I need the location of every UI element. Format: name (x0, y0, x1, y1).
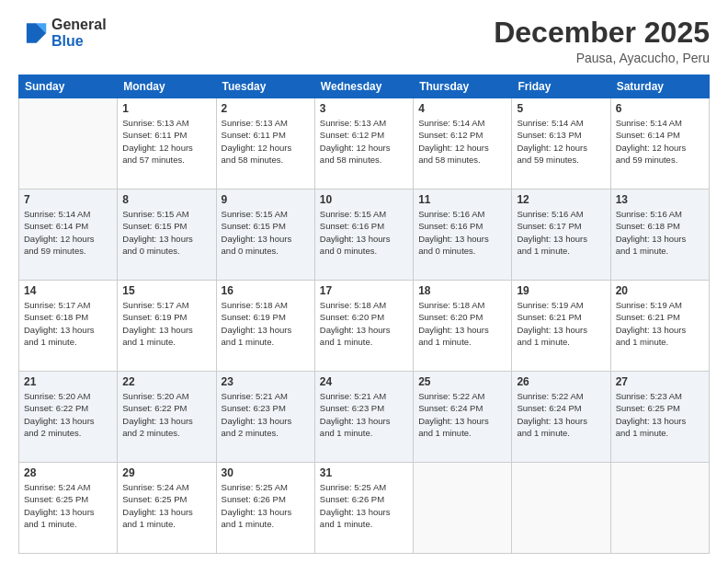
day-info: Sunrise: 5:18 AM Sunset: 6:19 PM Dayligh… (222, 299, 310, 348)
calendar-cell (414, 463, 512, 554)
day-number: 23 (222, 375, 310, 388)
day-info: Sunrise: 5:18 AM Sunset: 6:20 PM Dayligh… (320, 299, 408, 348)
calendar-cell: 27Sunrise: 5:23 AM Sunset: 6:25 PM Dayli… (610, 372, 709, 463)
day-number: 6 (616, 102, 704, 115)
day-number: 12 (517, 193, 605, 206)
calendar-cell: 18Sunrise: 5:18 AM Sunset: 6:20 PM Dayli… (414, 281, 512, 372)
day-info: Sunrise: 5:18 AM Sunset: 6:20 PM Dayligh… (418, 299, 506, 348)
calendar-cell: 26Sunrise: 5:22 AM Sunset: 6:24 PM Dayli… (512, 372, 610, 463)
calendar-cell: 28Sunrise: 5:24 AM Sunset: 6:25 PM Dayli… (19, 463, 118, 554)
day-info: Sunrise: 5:15 AM Sunset: 6:15 PM Dayligh… (122, 208, 210, 257)
day-info: Sunrise: 5:23 AM Sunset: 6:25 PM Dayligh… (616, 390, 704, 439)
calendar-cell: 21Sunrise: 5:20 AM Sunset: 6:22 PM Dayli… (19, 372, 118, 463)
calendar: SundayMondayTuesdayWednesdayThursdayFrid… (18, 75, 710, 554)
logo: General Blue (18, 17, 107, 51)
day-info: Sunrise: 5:13 AM Sunset: 6:11 PM Dayligh… (122, 117, 210, 166)
calendar-cell: 13Sunrise: 5:16 AM Sunset: 6:18 PM Dayli… (610, 190, 709, 281)
day-number: 5 (517, 102, 605, 115)
logo-text: General Blue (51, 17, 107, 51)
weekday-header-sunday: Sunday (19, 75, 118, 98)
calendar-cell (610, 463, 709, 554)
page: General Blue December 2025 Pausa, Ayacuc… (0, 0, 728, 563)
day-info: Sunrise: 5:25 AM Sunset: 6:26 PM Dayligh… (320, 481, 408, 530)
day-info: Sunrise: 5:24 AM Sunset: 6:25 PM Dayligh… (122, 481, 210, 530)
calendar-cell: 23Sunrise: 5:21 AM Sunset: 6:23 PM Dayli… (216, 372, 314, 463)
calendar-cell: 24Sunrise: 5:21 AM Sunset: 6:23 PM Dayli… (314, 372, 413, 463)
day-info: Sunrise: 5:24 AM Sunset: 6:25 PM Dayligh… (24, 481, 112, 530)
day-info: Sunrise: 5:16 AM Sunset: 6:18 PM Dayligh… (616, 208, 704, 257)
week-row-1: 1Sunrise: 5:13 AM Sunset: 6:11 PM Daylig… (19, 98, 710, 190)
calendar-cell: 31Sunrise: 5:25 AM Sunset: 6:26 PM Dayli… (314, 463, 413, 554)
day-number: 8 (122, 193, 210, 206)
calendar-cell: 17Sunrise: 5:18 AM Sunset: 6:20 PM Dayli… (314, 281, 413, 372)
day-info: Sunrise: 5:13 AM Sunset: 6:11 PM Dayligh… (222, 117, 310, 166)
day-number: 21 (24, 375, 112, 388)
day-info: Sunrise: 5:22 AM Sunset: 6:24 PM Dayligh… (517, 390, 605, 439)
day-number: 15 (122, 284, 210, 297)
day-info: Sunrise: 5:16 AM Sunset: 6:16 PM Dayligh… (418, 208, 506, 257)
title-block: December 2025 Pausa, Ayacucho, Peru (494, 17, 710, 65)
weekday-header-row: SundayMondayTuesdayWednesdayThursdayFrid… (19, 75, 710, 98)
week-row-4: 21Sunrise: 5:20 AM Sunset: 6:22 PM Dayli… (19, 372, 710, 463)
calendar-cell: 7Sunrise: 5:14 AM Sunset: 6:14 PM Daylig… (19, 190, 118, 281)
day-number: 19 (517, 284, 605, 297)
calendar-cell: 22Sunrise: 5:20 AM Sunset: 6:22 PM Dayli… (118, 372, 216, 463)
day-info: Sunrise: 5:14 AM Sunset: 6:13 PM Dayligh… (517, 117, 605, 166)
day-info: Sunrise: 5:19 AM Sunset: 6:21 PM Dayligh… (616, 299, 704, 348)
weekday-header-monday: Monday (118, 75, 216, 98)
day-number: 30 (222, 466, 310, 479)
day-number: 16 (222, 284, 310, 297)
day-info: Sunrise: 5:15 AM Sunset: 6:15 PM Dayligh… (222, 208, 310, 257)
day-info: Sunrise: 5:22 AM Sunset: 6:24 PM Dayligh… (418, 390, 506, 439)
day-info: Sunrise: 5:21 AM Sunset: 6:23 PM Dayligh… (320, 390, 408, 439)
weekday-header-friday: Friday (512, 75, 610, 98)
day-info: Sunrise: 5:14 AM Sunset: 6:12 PM Dayligh… (418, 117, 506, 166)
day-info: Sunrise: 5:15 AM Sunset: 6:16 PM Dayligh… (320, 208, 408, 257)
day-number: 29 (122, 466, 210, 479)
calendar-cell: 8Sunrise: 5:15 AM Sunset: 6:15 PM Daylig… (118, 190, 216, 281)
calendar-cell: 16Sunrise: 5:18 AM Sunset: 6:19 PM Dayli… (216, 281, 314, 372)
calendar-cell: 14Sunrise: 5:17 AM Sunset: 6:18 PM Dayli… (19, 281, 118, 372)
calendar-cell: 15Sunrise: 5:17 AM Sunset: 6:19 PM Dayli… (118, 281, 216, 372)
week-row-3: 14Sunrise: 5:17 AM Sunset: 6:18 PM Dayli… (19, 281, 710, 372)
calendar-cell: 1Sunrise: 5:13 AM Sunset: 6:11 PM Daylig… (118, 98, 216, 190)
calendar-cell: 30Sunrise: 5:25 AM Sunset: 6:26 PM Dayli… (216, 463, 314, 554)
day-number: 18 (418, 284, 506, 297)
calendar-cell: 25Sunrise: 5:22 AM Sunset: 6:24 PM Dayli… (414, 372, 512, 463)
day-info: Sunrise: 5:25 AM Sunset: 6:26 PM Dayligh… (222, 481, 310, 530)
weekday-header-tuesday: Tuesday (216, 75, 314, 98)
calendar-cell: 10Sunrise: 5:15 AM Sunset: 6:16 PM Dayli… (314, 190, 413, 281)
calendar-cell: 6Sunrise: 5:14 AM Sunset: 6:14 PM Daylig… (610, 98, 709, 190)
calendar-cell (19, 98, 118, 190)
day-number: 26 (517, 375, 605, 388)
logo-icon (18, 18, 48, 48)
week-row-5: 28Sunrise: 5:24 AM Sunset: 6:25 PM Dayli… (19, 463, 710, 554)
month-title: December 2025 (494, 17, 710, 49)
day-info: Sunrise: 5:17 AM Sunset: 6:19 PM Dayligh… (122, 299, 210, 348)
day-number: 7 (24, 193, 112, 206)
calendar-cell: 20Sunrise: 5:19 AM Sunset: 6:21 PM Dayli… (610, 281, 709, 372)
calendar-cell: 12Sunrise: 5:16 AM Sunset: 6:17 PM Dayli… (512, 190, 610, 281)
day-number: 24 (320, 375, 408, 388)
calendar-cell: 11Sunrise: 5:16 AM Sunset: 6:16 PM Dayli… (414, 190, 512, 281)
day-number: 2 (222, 102, 310, 115)
calendar-cell: 3Sunrise: 5:13 AM Sunset: 6:12 PM Daylig… (314, 98, 413, 190)
day-number: 25 (418, 375, 506, 388)
calendar-cell: 19Sunrise: 5:19 AM Sunset: 6:21 PM Dayli… (512, 281, 610, 372)
day-number: 20 (616, 284, 704, 297)
calendar-cell: 4Sunrise: 5:14 AM Sunset: 6:12 PM Daylig… (414, 98, 512, 190)
day-number: 1 (122, 102, 210, 115)
day-info: Sunrise: 5:13 AM Sunset: 6:12 PM Dayligh… (320, 117, 408, 166)
weekday-header-wednesday: Wednesday (314, 75, 413, 98)
day-info: Sunrise: 5:21 AM Sunset: 6:23 PM Dayligh… (222, 390, 310, 439)
day-number: 11 (418, 193, 506, 206)
day-number: 13 (616, 193, 704, 206)
calendar-cell: 5Sunrise: 5:14 AM Sunset: 6:13 PM Daylig… (512, 98, 610, 190)
day-number: 9 (222, 193, 310, 206)
day-number: 3 (320, 102, 408, 115)
day-info: Sunrise: 5:19 AM Sunset: 6:21 PM Dayligh… (517, 299, 605, 348)
week-row-2: 7Sunrise: 5:14 AM Sunset: 6:14 PM Daylig… (19, 190, 710, 281)
calendar-cell: 9Sunrise: 5:15 AM Sunset: 6:15 PM Daylig… (216, 190, 314, 281)
day-info: Sunrise: 5:17 AM Sunset: 6:18 PM Dayligh… (24, 299, 112, 348)
calendar-cell: 29Sunrise: 5:24 AM Sunset: 6:25 PM Dayli… (118, 463, 216, 554)
